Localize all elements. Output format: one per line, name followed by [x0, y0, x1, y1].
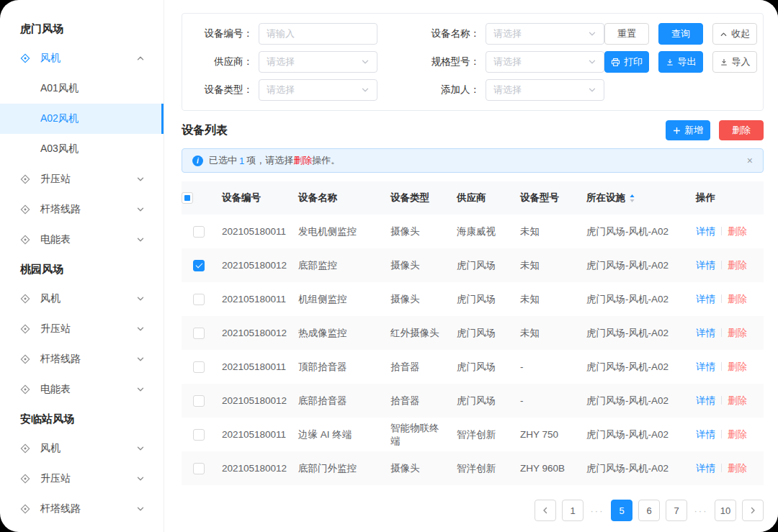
row-checkbox[interactable]	[193, 463, 205, 474]
delete-button[interactable]: 删除	[719, 120, 764, 140]
alert-action-word: 删除	[293, 154, 312, 167]
page-jump-ellipsis[interactable]: ···	[589, 505, 605, 516]
table-row: 202105180012底部拾音器拾音器虎门风场-虎门风场-风机-A02详情删除	[182, 384, 764, 418]
remove-link[interactable]: 删除	[728, 429, 747, 440]
next-page-button[interactable]	[742, 500, 764, 521]
import-button[interactable]: 导入	[712, 51, 757, 73]
cell-type: 红外摄像头	[385, 316, 451, 350]
select-input[interactable]: 请选择	[259, 51, 377, 73]
detail-link[interactable]: 详情	[696, 328, 715, 338]
page-button[interactable]: 5	[611, 500, 632, 521]
row-checkbox[interactable]	[193, 294, 205, 305]
select-input[interactable]: 请选择	[486, 23, 604, 45]
sort-icon[interactable]	[629, 194, 635, 203]
detail-link[interactable]: 详情	[696, 361, 715, 372]
sidebar-item[interactable]: 杆塔线路	[0, 194, 164, 225]
page-button[interactable]: 10	[715, 500, 736, 521]
detail-link[interactable]: 详情	[696, 395, 715, 406]
select-all-checkbox[interactable]	[182, 192, 193, 204]
column-header-content: 设备编号	[222, 191, 261, 204]
table-row: 202105180011边缘 AI 终端智能物联终端智洋创新ZHY 750虎门风…	[182, 418, 764, 451]
page-button[interactable]: 6	[638, 500, 660, 521]
remove-link[interactable]: 删除	[728, 294, 747, 305]
column-header-id: 设备编号	[216, 181, 292, 215]
row-checkbox[interactable]	[193, 395, 205, 407]
filter-actions-row-1: 重置 查询 收起	[604, 23, 757, 45]
print-button[interactable]: 打印	[604, 51, 649, 73]
sidebar-item[interactable]: 杆塔线路	[0, 494, 164, 524]
cell-model: ZHY 750	[514, 418, 581, 451]
sidebar-item[interactable]: 电能表	[0, 225, 164, 255]
sidebar-item[interactable]: 升压站	[0, 314, 164, 344]
delete-button-label: 删除	[732, 124, 751, 137]
column-header-facility[interactable]: 所在设施	[581, 181, 690, 215]
export-button[interactable]: 导出	[658, 51, 703, 73]
detail-link[interactable]: 详情	[696, 429, 715, 440]
cell-facility: 虎门风场-风机-A02	[581, 215, 690, 248]
text-input[interactable]: 请输入	[259, 23, 377, 45]
sidebar-subitem[interactable]: A03风机	[0, 134, 164, 164]
remove-link[interactable]: 删除	[728, 328, 747, 338]
page-button[interactable]: 7	[666, 500, 687, 521]
column-header-label: 供应商	[457, 191, 486, 204]
chevron-down-icon	[588, 30, 596, 38]
close-icon[interactable]: ×	[747, 155, 753, 166]
add-button[interactable]: 新增	[666, 120, 710, 140]
detail-link[interactable]: 详情	[696, 294, 715, 305]
select-input[interactable]: 请选择	[486, 79, 604, 101]
filter-field-label: 供应商：	[189, 55, 253, 68]
alert-selected-count: 1	[237, 155, 246, 166]
remove-link[interactable]: 删除	[728, 395, 747, 406]
sidebar-item[interactable]: 电能表	[0, 374, 164, 405]
select-input[interactable]: 请选择	[486, 51, 604, 73]
sidebar-item[interactable]: 升压站	[0, 164, 164, 194]
chevron-down-icon	[361, 86, 370, 94]
detail-link[interactable]: 详情	[696, 463, 715, 474]
sidebar-subitem[interactable]: A01风机	[0, 73, 164, 104]
cell-id: 202105180012	[216, 316, 292, 350]
filter-field: 设备编号：请输入	[189, 23, 377, 45]
search-button-label: 查询	[671, 27, 690, 40]
remove-link[interactable]: 删除	[728, 361, 747, 372]
download-icon	[666, 58, 674, 66]
app-window: 虎门风场风机A01风机A02风机A03风机升压站杆塔线路电能表桃园风场风机升压站…	[0, 0, 778, 532]
sidebar-item[interactable]: 升压站	[0, 464, 164, 494]
row-checkbox[interactable]	[193, 429, 205, 441]
divider	[721, 227, 722, 235]
row-checkbox[interactable]	[193, 361, 205, 373]
sidebar-subitem[interactable]: A02风机	[0, 104, 164, 134]
placeholder-text: 请选择	[267, 84, 361, 96]
sidebar-item[interactable]: 风机	[0, 284, 164, 314]
reset-button[interactable]: 重置	[604, 23, 649, 45]
cell-id: 202105180011	[216, 215, 292, 248]
remove-link[interactable]: 删除	[728, 463, 747, 474]
divider	[721, 294, 722, 303]
actions-cell: 详情删除	[690, 418, 764, 451]
detail-link[interactable]: 详情	[696, 260, 715, 271]
row-checkbox[interactable]	[193, 226, 205, 238]
search-button[interactable]: 查询	[658, 23, 703, 45]
printer-icon	[611, 58, 620, 67]
detail-link[interactable]: 详情	[696, 226, 715, 237]
row-checkbox[interactable]	[193, 260, 205, 271]
remove-link[interactable]: 删除	[728, 226, 747, 237]
remove-link[interactable]: 删除	[728, 260, 747, 271]
collapse-button[interactable]: 收起	[712, 23, 757, 45]
diamond-icon	[20, 474, 30, 484]
placeholder-text: 请选择	[493, 55, 588, 68]
chevron-down-icon	[136, 355, 145, 364]
select-input[interactable]: 请选择	[259, 79, 377, 101]
sidebar-item[interactable]: 风机	[0, 433, 164, 464]
table-row: 202105180011机组侧监控摄像头虎门风场未知虎门风场-风机-A02详情删…	[182, 282, 764, 316]
sidebar-item[interactable]: 风机	[0, 43, 164, 73]
prev-page-button[interactable]	[535, 500, 556, 521]
sidebar-item[interactable]: 杆塔线路	[0, 344, 164, 374]
cell-supplier: 虎门风场	[451, 350, 514, 384]
page-jump-ellipsis[interactable]: ···	[693, 505, 709, 516]
row-checkbox[interactable]	[193, 328, 205, 339]
cell-model: 未知	[514, 215, 581, 248]
diamond-icon	[20, 174, 30, 184]
cell-facility: 虎门风场-风机-A02	[581, 418, 690, 451]
page-button[interactable]: 1	[562, 500, 584, 521]
add-button-label: 新增	[684, 124, 703, 137]
